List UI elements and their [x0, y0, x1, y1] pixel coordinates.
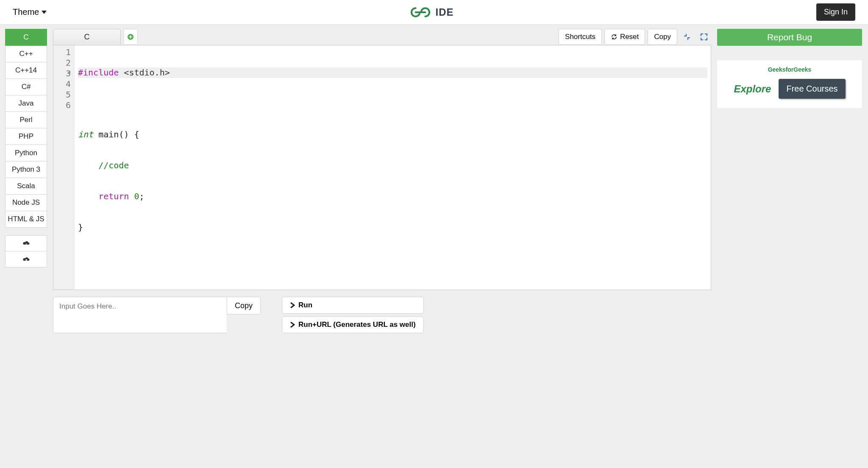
expand-icon: [700, 33, 708, 41]
sidebar-item-c-[interactable]: C++: [5, 46, 47, 62]
code-token: return: [78, 191, 129, 201]
input-row: Copy Run Run+URL (Generates URL as well): [53, 297, 711, 333]
run-url-label: Run+URL (Generates URL as well): [298, 320, 416, 329]
sidebar-item-node-js[interactable]: Node JS: [5, 195, 47, 211]
download-button[interactable]: [5, 235, 47, 251]
code-token: }: [78, 222, 83, 232]
reset-label: Reset: [620, 33, 639, 41]
sidebar-item-java[interactable]: Java: [5, 95, 47, 112]
geeksforgeeks-logo-icon: [409, 6, 431, 19]
editor-column: C Shortcuts Reset Copy: [52, 25, 715, 468]
line-gutter: 123456: [53, 45, 75, 290]
tab-c[interactable]: C: [53, 29, 121, 45]
reset-button[interactable]: Reset: [604, 29, 645, 45]
collapse-icon: [683, 33, 691, 41]
main: CC++C++14C#JavaPerlPHPPythonPython 3Scal…: [0, 25, 868, 468]
theme-dropdown[interactable]: Theme: [13, 7, 47, 17]
header: Theme IDE Sign In: [0, 0, 868, 25]
code-content: #include <stdio.h> int main() { //code r…: [75, 45, 711, 290]
fullscreen-button[interactable]: [697, 31, 711, 43]
line-number: 3: [55, 68, 71, 79]
cloud-download-icon: [22, 240, 30, 247]
code-token: ;: [139, 191, 145, 201]
code-token: #include: [78, 67, 119, 78]
logo[interactable]: IDE: [409, 6, 454, 19]
code-token: int: [78, 129, 93, 139]
refresh-icon: [611, 33, 618, 40]
code-token: <stdio.h>: [119, 67, 170, 78]
fold-marker-icon[interactable]: [67, 70, 72, 75]
tab-bar: C Shortcuts Reset Copy: [53, 29, 711, 45]
line-number: 4: [55, 79, 71, 89]
upload-button[interactable]: [5, 251, 47, 267]
line-number: 2: [55, 58, 71, 68]
code-token: //code: [78, 160, 129, 170]
cloud-upload-icon: [22, 256, 30, 263]
promo-explore-label: Explore: [734, 83, 771, 95]
sidebar-item-html-js[interactable]: HTML & JS: [5, 211, 47, 228]
chevron-right-icon: [290, 322, 295, 328]
run-label: Run: [298, 301, 312, 309]
language-sidebar: CC++C++14C#JavaPerlPHPPythonPython 3Scal…: [0, 25, 52, 468]
report-bug-button[interactable]: Report Bug: [717, 29, 862, 46]
sidebar-item-perl[interactable]: Perl: [5, 112, 47, 128]
code-token: main() {: [93, 129, 139, 139]
stdin-input[interactable]: [53, 297, 227, 333]
promo-card: GeeksforGeeks Explore Free Courses: [717, 60, 862, 108]
line-number: 1: [55, 47, 71, 58]
shortcuts-button[interactable]: Shortcuts: [559, 29, 602, 45]
chevron-down-icon: [42, 11, 47, 14]
ide-title: IDE: [436, 6, 454, 18]
line-number: 6: [55, 100, 71, 111]
sidebar-item-c-14[interactable]: C++14: [5, 62, 47, 79]
run-button[interactable]: Run: [282, 297, 424, 314]
sidebar-item-php[interactable]: PHP: [5, 128, 47, 145]
sidebar-item-c[interactable]: C: [5, 29, 47, 46]
free-courses-button[interactable]: Free Courses: [779, 79, 845, 99]
sidebar-item-python[interactable]: Python: [5, 145, 47, 162]
add-tab-button[interactable]: [123, 29, 138, 45]
sidebar-item-c-[interactable]: C#: [5, 79, 47, 95]
copy-code-button[interactable]: Copy: [648, 29, 677, 45]
copy-input-button[interactable]: Copy: [227, 297, 261, 315]
run-url-button[interactable]: Run+URL (Generates URL as well): [282, 316, 424, 333]
sidebar-item-scala[interactable]: Scala: [5, 178, 47, 195]
code-editor[interactable]: 123456 #include <stdio.h> int main() { /…: [53, 45, 711, 290]
shrink-button[interactable]: [680, 31, 694, 43]
right-column: Report Bug GeeksforGeeks Explore Free Co…: [715, 25, 868, 468]
signin-button[interactable]: Sign In: [816, 3, 855, 21]
theme-label: Theme: [13, 7, 39, 17]
promo-brand: GeeksforGeeks: [725, 66, 854, 73]
code-token: 0: [129, 191, 139, 201]
chevron-right-icon: [290, 302, 295, 308]
sidebar-item-python-3[interactable]: Python 3: [5, 162, 47, 178]
plus-circle-icon: [127, 33, 134, 40]
line-number: 5: [55, 89, 71, 100]
